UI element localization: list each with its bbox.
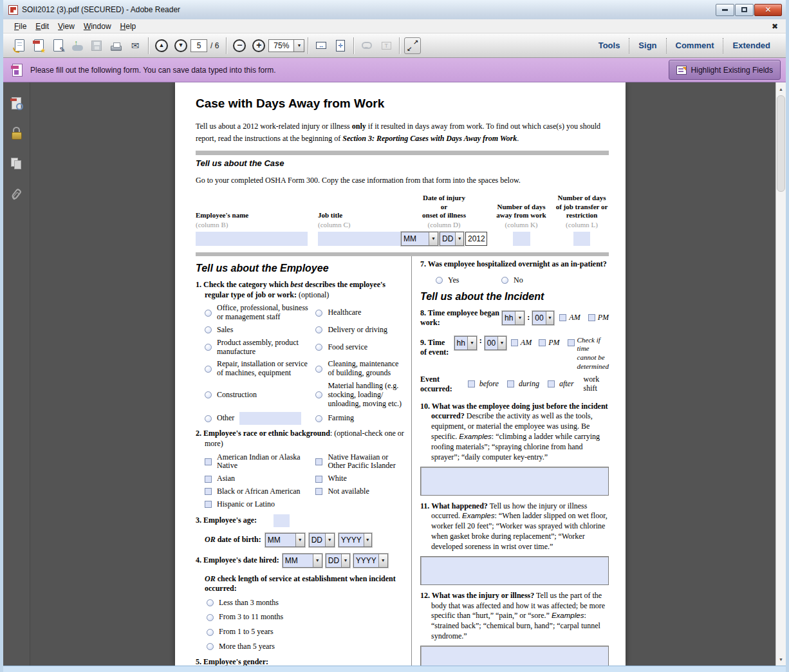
checkbox-time-undetermined[interactable] <box>568 339 575 346</box>
menu-file[interactable]: File <box>10 21 31 32</box>
email-button[interactable]: ✉ <box>126 37 144 55</box>
checkbox-native-hawaiian[interactable] <box>315 458 322 465</box>
scrollbar-thumb[interactable] <box>777 95 785 192</box>
hired-day-select[interactable]: DD▼ <box>326 554 350 568</box>
close-button[interactable]: ✕ <box>754 4 782 16</box>
attachments-button[interactable] <box>8 186 25 201</box>
injury-year-field[interactable]: 2012 <box>465 232 487 246</box>
menu-window[interactable]: Window <box>79 21 116 32</box>
radio-q7-yes[interactable] <box>436 277 443 284</box>
restore-button[interactable] <box>735 4 754 16</box>
chevron-down-icon: ▼ <box>364 534 371 546</box>
menu-edit[interactable]: Edit <box>31 21 53 32</box>
zoom-level-input[interactable]: 75% <box>268 39 294 52</box>
menu-view[interactable]: View <box>53 21 79 32</box>
checkbox-during-shift[interactable] <box>507 380 514 387</box>
checkbox-black-african-american[interactable] <box>205 488 212 495</box>
incident-activity-textarea[interactable] <box>420 467 609 496</box>
radio-material-handling[interactable] <box>315 391 322 398</box>
security-settings-button[interactable] <box>8 126 25 141</box>
q5-label: 5. Employee's gender: <box>196 657 406 666</box>
fit-page-icon: ✛ <box>336 40 345 51</box>
checkbox-q8-am[interactable] <box>559 314 566 321</box>
employee-name-field[interactable] <box>196 232 308 246</box>
scroll-down-icon[interactable]: ▼ <box>776 654 786 664</box>
days-away-field[interactable] <box>513 232 530 246</box>
checkbox-q9-am[interactable] <box>511 339 518 346</box>
save-button[interactable] <box>88 37 106 55</box>
previous-page-button[interactable]: ▲ <box>153 37 171 55</box>
tab-comment[interactable]: Comment <box>667 38 723 53</box>
radio-healthcare[interactable] <box>315 310 322 317</box>
injury-description-textarea[interactable] <box>420 646 609 666</box>
what-happened-textarea[interactable] <box>420 556 609 585</box>
zoom-out-button[interactable]: − <box>230 37 248 55</box>
checkbox-not-available[interactable] <box>315 488 322 495</box>
birth-day-select[interactable]: DD▼ <box>309 533 335 547</box>
checkbox-q8-pm[interactable] <box>588 314 595 321</box>
radio-construction[interactable] <box>205 391 212 398</box>
next-page-button[interactable]: ▼ <box>172 37 190 55</box>
injury-day-select[interactable]: DD▼ <box>440 232 464 246</box>
tab-extended[interactable]: Extended <box>723 38 779 53</box>
hired-month-select[interactable]: MM▼ <box>283 554 322 568</box>
create-pdf-button[interactable]: ★ <box>30 37 48 55</box>
text-annotation-button[interactable]: T <box>377 37 395 55</box>
comment-bubble-button[interactable] <box>358 37 376 55</box>
fit-page-button[interactable]: ✛ <box>331 37 349 55</box>
chevron-down-icon: ▼ <box>325 534 334 546</box>
open-file-button[interactable] <box>10 37 28 55</box>
radio-repair-installation[interactable] <box>205 366 212 373</box>
hired-year-select[interactable]: YYYY▼ <box>353 554 388 568</box>
minimize-icon <box>722 9 728 11</box>
scroll-up-icon[interactable]: ▲ <box>776 84 786 94</box>
radio-q7-no[interactable] <box>501 277 508 284</box>
checkbox-american-indian[interactable] <box>205 458 212 465</box>
tab-sign[interactable]: Sign <box>629 38 665 53</box>
radio-1-5-years[interactable] <box>207 629 214 636</box>
checkbox-q9-pm[interactable] <box>539 339 546 346</box>
vertical-scrollbar[interactable]: ▲ ▼ <box>775 82 786 666</box>
began-hour-select[interactable]: hh▼ <box>502 311 524 325</box>
radio-sales[interactable] <box>205 326 212 333</box>
print-button[interactable] <box>107 37 125 55</box>
menu-help[interactable]: Help <box>116 21 141 32</box>
age-field[interactable] <box>274 514 290 527</box>
other-job-field[interactable] <box>239 412 301 425</box>
sign-document-button[interactable]: ✎ <box>49 37 67 55</box>
page-number-input[interactable]: 5 <box>190 39 207 52</box>
radio-cleaning-maintenance[interactable] <box>315 366 322 373</box>
checkbox-before-shift[interactable] <box>468 380 475 387</box>
event-minute-select[interactable]: 00▼ <box>485 336 506 350</box>
birth-year-select[interactable]: YYYY▼ <box>339 533 372 547</box>
radio-office-staff[interactable] <box>205 310 212 317</box>
fit-width-button[interactable]: ↔ <box>312 37 330 55</box>
radio-more-5-years[interactable] <box>207 643 214 650</box>
birth-month-select[interactable]: MM▼ <box>265 533 305 547</box>
injury-month-select[interactable]: MM▼ <box>401 232 438 246</box>
checkbox-after-shift[interactable] <box>548 380 555 387</box>
event-hour-select[interactable]: hh▼ <box>454 336 477 350</box>
radio-farming[interactable] <box>315 415 322 422</box>
began-minute-select[interactable]: 00▼ <box>532 311 554 325</box>
upload-cloud-button[interactable]: ↑ <box>68 37 86 55</box>
radio-delivery-driving[interactable] <box>315 326 322 333</box>
checkbox-hispanic-latino[interactable] <box>205 501 212 508</box>
radio-product-assembly[interactable] <box>205 344 212 351</box>
radio-other-job[interactable] <box>205 415 212 422</box>
fullscreen-button[interactable]: ↗↙ <box>404 37 422 55</box>
page-thumbnails-button[interactable] <box>8 95 25 111</box>
close-document-icon[interactable]: ✖ <box>769 22 781 31</box>
highlight-existing-fields-button[interactable]: Highlight Existing Fields <box>669 60 781 80</box>
radio-food-service[interactable] <box>315 344 322 351</box>
zoom-in-button[interactable]: + <box>250 37 268 55</box>
radio-less-3-months[interactable] <box>207 599 214 606</box>
tab-tools[interactable]: Tools <box>589 38 629 53</box>
checkbox-white[interactable] <box>315 476 322 483</box>
minimize-button[interactable] <box>716 4 734 16</box>
radio-3-11-months[interactable] <box>207 614 214 621</box>
checkbox-asian[interactable] <box>205 476 212 483</box>
pages-panel-button[interactable] <box>8 156 25 171</box>
zoom-dropdown-button[interactable]: ▼ <box>294 39 304 52</box>
days-restriction-field[interactable] <box>573 232 590 246</box>
